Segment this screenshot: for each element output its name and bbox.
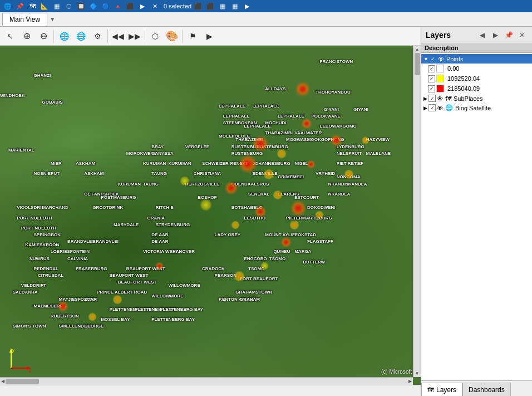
globe-btn-1[interactable]: 🌐 (56, 28, 72, 44)
points-label: Points (446, 56, 464, 62)
panel-back-btn[interactable]: ◀ (476, 30, 487, 41)
toolbar-sep-1 (53, 30, 54, 43)
panel-forward-btn[interactable]: ▶ (490, 30, 501, 41)
val2185040-swatch (436, 85, 444, 92)
subplaces-checkbox[interactable]: ✓ (428, 95, 436, 102)
content-row: ↖ ⊕ ⊖ 🌐 🌐 ⚙ ◀◀ ▶▶ ⬡ 🎨 ⚑ ▶ (0, 27, 532, 396)
panel-pin-btn[interactable]: 📌 (503, 30, 514, 41)
subplaces-eye-icon[interactable]: 👁 (437, 95, 443, 102)
subplaces-expand-icon[interactable]: ▶ (423, 96, 427, 101)
map-status-bar (0, 385, 421, 396)
settings-btn[interactable]: ⚙ (90, 28, 105, 44)
toolbar-icon-4[interactable]: 📐 (39, 1, 50, 11)
tab-bar: Main View ▼ (0, 12, 532, 27)
toolbar-icon-15[interactable]: ⬛ (205, 1, 216, 11)
panel-title: Layers (426, 31, 474, 40)
layer-item-points[interactable]: ▼ ✓ 👁 Points (421, 54, 532, 63)
grid-btn[interactable]: ⬡ (147, 28, 163, 44)
bing-icon: 🌐 (445, 104, 453, 111)
xy-axis: y x (6, 346, 33, 374)
svg-text:x: x (29, 369, 31, 374)
val0-swatch (436, 65, 444, 72)
points-expand-icon[interactable]: ▼ (423, 56, 428, 62)
bottom-tabs-panel: 🗺 Layers Dashboards (421, 380, 532, 396)
layer-item-val1092520[interactable]: ✓ 1092520.04 (426, 74, 532, 84)
val0-checkbox[interactable]: ✓ (428, 65, 435, 72)
toolbar-icon-13[interactable]: ✕ (149, 1, 160, 11)
panel-header: Layers ◀ ▶ 📌 ✕ (421, 27, 532, 43)
toolbar-icon-7[interactable]: 🔲 (76, 1, 87, 11)
layer-item-val0[interactable]: ✓ 0.00 (426, 63, 532, 74)
map-view[interactable]: FRANCISTOWNGHANZIWINDHOEKGOBABISALLDAYST… (0, 46, 421, 385)
toolbar-sep-2 (107, 30, 108, 43)
bing-expand-icon[interactable]: ▶ (423, 105, 427, 111)
attribution: (c) Microsoft (381, 369, 412, 375)
toolbar-icon-12[interactable]: ▶ (137, 1, 148, 11)
toolbar-icon-3[interactable]: 🗺 (27, 1, 38, 11)
prev-btn[interactable]: ◀◀ (110, 28, 126, 44)
map-container: ↖ ⊕ ⊖ 🌐 🌐 ⚙ ◀◀ ▶▶ ⬡ 🎨 ⚑ ▶ (0, 27, 421, 396)
panel-close-btn[interactable]: ✕ (516, 30, 528, 41)
vertical-scrollbar[interactable]: ▲ ▼ (413, 46, 421, 377)
layer-item-bing[interactable]: ▶ ✓ 👁 🌐 Bing Satellite (421, 103, 532, 113)
val1092520-label: 1092520.04 (447, 75, 480, 82)
toolbar-icon-6[interactable]: ⬡ (63, 1, 75, 11)
layers-tab-icon: 🗺 (427, 386, 434, 394)
toolbar-icon-14[interactable]: ⬛ (193, 1, 204, 11)
toolbar-sep-3 (145, 30, 145, 43)
toolbar-sep-4 (182, 30, 183, 43)
zoom-in-btn[interactable]: ⊕ (19, 28, 35, 44)
bing-eye-icon[interactable]: 👁 (437, 105, 443, 111)
globe-btn-2[interactable]: 🌐 (73, 28, 88, 44)
next-btn[interactable]: ▶▶ (127, 28, 142, 44)
val1092520-checkbox[interactable]: ✓ (428, 75, 435, 82)
toolbar-icon-8[interactable]: 🔷 (88, 1, 99, 11)
zoom-out-btn[interactable]: ⊖ (36, 28, 51, 44)
subplaces-icon: 🗺 (445, 95, 451, 102)
map-toolbar: ↖ ⊕ ⊖ 🌐 🌐 ⚙ ◀◀ ▶▶ ⬡ 🎨 ⚑ ▶ (0, 27, 421, 46)
arrow-tool-btn[interactable]: ↖ (2, 28, 18, 44)
val0-label: 0.00 (447, 65, 459, 72)
points-eye-icon[interactable]: 👁 (438, 56, 444, 62)
toolbar-icon-17[interactable]: ▦ (229, 1, 240, 11)
toolbar-icon-18[interactable]: ▶ (242, 1, 253, 11)
tab-dropdown-arrow[interactable]: ▼ (50, 16, 55, 22)
val1092520-swatch (436, 75, 444, 82)
scroll-up-arrow[interactable]: ▲ (415, 47, 420, 52)
right-panel: Layers ◀ ▶ 📌 ✕ Description ▼ ✓ 👁 Points (421, 27, 532, 396)
toolbar-icon-10[interactable]: 🔺 (112, 1, 124, 11)
scroll-thumb-h[interactable] (6, 379, 39, 384)
toolbar-icon-5[interactable]: ▦ (51, 1, 62, 11)
toolbar-icon-11[interactable]: ⬛ (125, 1, 136, 11)
subplaces-label: SubPlaces (454, 95, 483, 102)
dashboards-tab-label: Dashboards (469, 386, 505, 394)
bing-checkbox[interactable]: ✓ (428, 104, 436, 111)
scroll-right-arrow[interactable]: ▶ (408, 379, 412, 384)
horizontal-scrollbar[interactable]: ◀ ▶ (0, 377, 413, 385)
toolbar-icon-2[interactable]: 📌 (14, 1, 26, 11)
main-view-tab[interactable]: Main View (2, 13, 47, 26)
toolbar-icon-16[interactable]: ▦ (217, 1, 228, 11)
flag-btn[interactable]: ⚑ (185, 28, 200, 44)
points-checkbox[interactable]: ✓ (430, 55, 437, 62)
paint-btn[interactable]: 🎨 (164, 28, 180, 44)
layer-item-val2185040[interactable]: ✓ 2185040.09 (426, 84, 532, 94)
play-btn[interactable]: ▶ (201, 28, 217, 44)
top-toolbar: 🌐 📌 🗺 📐 ▦ ⬡ 🔲 🔷 🔵 🔺 ⬛ ▶ ✕ 0 selected ⬛ ⬛… (0, 0, 532, 12)
map-background (0, 46, 421, 385)
tab-dashboards[interactable]: Dashboards (462, 383, 511, 396)
layers-list: ▼ ✓ 👁 Points ✓ 0.00 ✓ 1092520.04 (421, 53, 532, 380)
layer-item-subplaces[interactable]: ▶ ✓ 👁 🗺 SubPlaces (421, 94, 532, 103)
toolbar-icon-1[interactable]: 🌐 (2, 1, 13, 11)
main-area: Main View ▼ ↖ ⊕ ⊖ 🌐 🌐 ⚙ ◀◀ ▶▶ ⬡ 🎨 ⚑ (0, 12, 532, 396)
selected-count: 0 selected (164, 3, 191, 9)
bing-label: Bing Satellite (455, 105, 491, 111)
val2185040-checkbox[interactable]: ✓ (428, 85, 435, 92)
toolbar-icon-9[interactable]: 🔵 (100, 1, 111, 11)
tab-layers[interactable]: 🗺 Layers (421, 383, 462, 396)
description-header: Description (421, 43, 532, 53)
scroll-thumb-v[interactable] (415, 53, 420, 75)
layers-tab-label: Layers (436, 386, 456, 394)
scroll-down-arrow[interactable]: ▼ (415, 371, 420, 376)
svg-text:y: y (12, 348, 14, 353)
